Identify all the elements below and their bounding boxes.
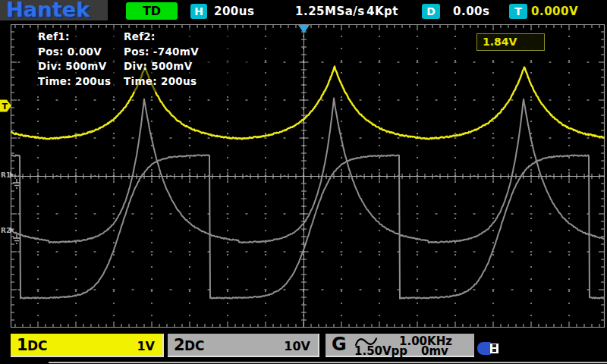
bottom-divider-line [49, 362, 607, 363]
bottom-status-bar: 1 DC 1V 2 DC 10V G 1.00KHz 1.50Vpp 0mv [0, 328, 607, 364]
generator-badge[interactable]: G 1.00KHz 1.50Vpp 0mv [326, 334, 474, 357]
ref2-marker-label: R2 [1, 227, 11, 234]
channel2-number: 2 [174, 336, 185, 354]
ref1-marker-arrow [10, 172, 14, 178]
ref1-trace [11, 98, 605, 243]
ref2-ground-icon [13, 234, 20, 243]
ref2-pos: Pos: -740mV [124, 45, 251, 60]
ref2-div: Div: 500mV [124, 59, 251, 74]
generator-offset: 0mv [421, 344, 448, 358]
channel1-coupling: DC [27, 338, 48, 353]
channel1-number: 1 [17, 336, 28, 354]
ref1-marker-label: R1 [1, 171, 11, 179]
generator-label: G [332, 334, 347, 355]
generator-amplitude: 1.50Vpp [354, 344, 407, 358]
trigger-level-marker-label: T [2, 102, 8, 111]
channel1-scale: 1V [137, 339, 155, 353]
ref2-time: Time: 200us [124, 74, 251, 89]
channel2-badge[interactable]: 2 DC 10V [168, 334, 319, 357]
usb-icon [477, 342, 500, 355]
measurement-box: 1.84V [476, 33, 545, 51]
ref1-time: Time: 200us [38, 74, 124, 89]
channel2-coupling: DC [184, 338, 205, 353]
ref1-pos: Pos: 0.00V [38, 45, 124, 60]
ref1-info: Ref1: Pos: 0.00V Div: 500mV Time: 200us [38, 30, 124, 89]
ref2-title: Ref2: [124, 30, 251, 45]
channel1-badge[interactable]: 1 DC 1V [11, 334, 164, 357]
trigger-level-marker[interactable]: T [0, 100, 11, 112]
channel2-scale: 10V [284, 339, 310, 353]
ref1-div: Div: 500mV [38, 59, 124, 74]
ref-info-panel: Ref1: Pos: 0.00V Div: 500mV Time: 200us … [30, 28, 252, 92]
trigger-position-marker[interactable] [298, 25, 310, 33]
usb-connector [490, 344, 498, 353]
ref2-info: Ref2: Pos: -740mV Div: 500mV Time: 200us [124, 30, 251, 89]
usb-body [477, 342, 491, 355]
ref1-title: Ref1: [38, 30, 124, 45]
oscilloscope-screen: Hantek TD H 200us 1.25MSa/s 4Kpt D 0.00s… [0, 0, 607, 364]
